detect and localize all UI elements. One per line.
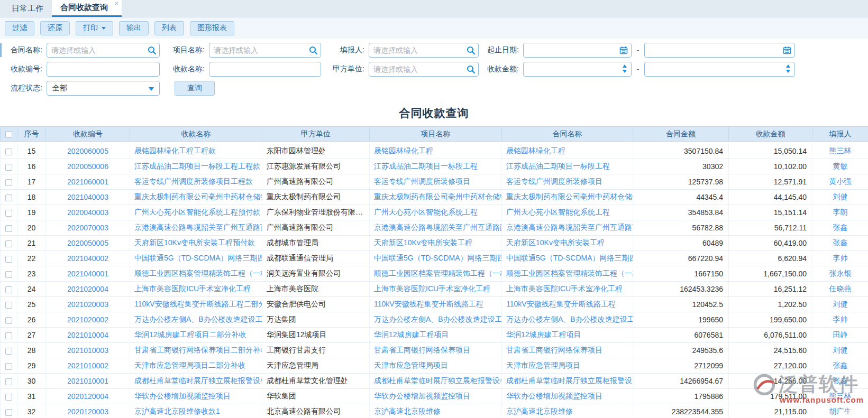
reporter-link[interactable]: 任晓燕 — [829, 284, 852, 293]
contract-name-link[interactable]: 天津市应急管理局项目 — [506, 361, 580, 369]
reporter-link[interactable]: 刘健 — [833, 192, 848, 201]
row-checkbox[interactable] — [5, 225, 12, 232]
reporter-link[interactable]: 熊三林 — [829, 146, 852, 155]
contract-name-link[interactable]: 万达办公楼左侧A、B办公楼改造建设工程 — [506, 315, 633, 323]
contract-name-link[interactable]: 110kV安徽线程集变开断线路工程 — [506, 300, 616, 308]
contract-name-link[interactable]: 华软办公楼增加视频监控项目 — [506, 392, 602, 400]
date-from-input[interactable] — [523, 43, 632, 58]
receipt-code-link[interactable]: 2020120004 — [67, 392, 108, 401]
row-checkbox[interactable] — [5, 240, 12, 247]
receipt-name-link[interactable]: 顺德工业园区档案管理精装饰工程（一标段 — [134, 269, 262, 277]
receipt-name-link[interactable]: 广州天心苑小区智能化系统工程预付款 — [134, 208, 260, 216]
project-name-link[interactable]: 成都杜甫草堂临时展厅独立展柜报警设备安 — [374, 376, 502, 385]
receipt-code-link[interactable]: 2021010003 — [67, 346, 108, 355]
receipt-name-link[interactable]: 重庆太极制药有限公司亳州中药材仓储物流 — [134, 192, 262, 201]
reporter-link[interactable]: 熊三林 — [829, 392, 852, 400]
row-checkbox[interactable] — [5, 286, 12, 293]
row-checkbox[interactable] — [5, 394, 12, 401]
reporter-link[interactable]: 张鑫 — [833, 223, 848, 231]
receipt-code-link[interactable]: 2021060001 — [67, 178, 108, 186]
project-name-link[interactable]: 华软办公楼增加视频监控项目 — [374, 392, 470, 400]
reporter-input[interactable] — [369, 43, 479, 58]
row-checkbox[interactable] — [5, 194, 12, 201]
reporter-link[interactable]: 张鑫 — [833, 361, 848, 369]
spin-down-icon[interactable] — [786, 70, 790, 73]
row-checkbox[interactable] — [5, 271, 12, 278]
receipt-code-link[interactable]: 2021010004 — [67, 331, 108, 339]
project-name-input[interactable] — [209, 43, 321, 58]
row-checkbox[interactable] — [5, 332, 12, 339]
number-stepper[interactable] — [786, 64, 790, 73]
row-checkbox[interactable] — [5, 256, 12, 263]
reporter-link[interactable]: 张鑫 — [833, 238, 848, 247]
row-checkbox[interactable] — [5, 164, 12, 171]
row-checkbox[interactable] — [5, 317, 12, 324]
project-name-link[interactable]: 广州天心苑小区智能化系统工程 — [374, 208, 478, 216]
contract-name-link[interactable]: 晟铭园林绿化工程 — [506, 146, 565, 155]
reporter-link[interactable]: 李帅 — [833, 315, 848, 323]
spin-up-icon[interactable] — [786, 64, 790, 68]
number-stepper[interactable] — [623, 64, 627, 73]
receipt-name-link[interactable]: 客运专线广州调度所装修项目工程款 — [134, 177, 253, 185]
project-name-link[interactable]: 江苏成品油二期项目一标段工程 — [374, 162, 478, 170]
project-name-link[interactable]: 万达办公楼左侧A、B办公楼改造建设工程 — [374, 315, 502, 323]
project-name-link[interactable]: 晟铭园林绿化工程 — [374, 146, 433, 155]
receipt-name-link[interactable]: 中国联通5G（TD-SCDMA）网络三期四川 — [134, 254, 262, 262]
row-checkbox[interactable] — [5, 148, 12, 155]
receipt-code-link[interactable]: 2020040003 — [67, 208, 108, 217]
row-checkbox[interactable] — [5, 348, 12, 355]
receipt-code-link[interactable]: 2020070003 — [67, 224, 108, 232]
reporter-link[interactable]: 刘健 — [833, 346, 848, 354]
spin-up-icon[interactable] — [623, 64, 627, 68]
receipt-code-link[interactable]: 2020050005 — [67, 239, 108, 247]
row-checkbox[interactable] — [5, 302, 12, 309]
close-icon[interactable]: × — [114, 0, 118, 7]
contract-name-link[interactable]: 中国联通5G（TD-SCDMA）网络三期四 — [506, 254, 633, 262]
search-icon[interactable] — [148, 46, 156, 54]
row-checkbox[interactable] — [5, 179, 12, 186]
contract-name-link[interactable]: 京港澳高速公路粤境韶关至广州互通路面改 — [506, 223, 633, 231]
contract-name-link[interactable]: 上海市美容医院ICU手术室净化工程 — [506, 284, 623, 293]
receipt-code-link[interactable]: 2020120003 — [67, 407, 108, 416]
project-name-link[interactable]: 客运专线广州调度所装修项目 — [374, 177, 470, 185]
receipt-code-link[interactable]: 2020060005 — [67, 147, 108, 155]
receipt-no-input[interactable] — [47, 62, 160, 77]
receipt-name-link[interactable]: 110kV安徽线程集变开断线路工程二部分补 — [134, 300, 262, 308]
receipt-name-link[interactable]: 天府新区10Kv变电所安装工程预付款 — [134, 238, 255, 247]
row-checkbox[interactable] — [5, 363, 12, 370]
contract-name-link[interactable]: 客运专线广州调度所装修项目 — [506, 177, 602, 185]
flow-status-select[interactable]: 全部 — [47, 81, 160, 96]
calendar-icon[interactable] — [619, 46, 628, 54]
graph-report-button[interactable]: 图形报表 — [190, 21, 234, 35]
contract-name-link[interactable]: 重庆太极制药有限公司亳州中药材仓储物流 — [506, 192, 633, 201]
receipt-name-link[interactable]: 上海市美容医院ICU手术室净化工程 — [134, 284, 251, 293]
amount-to-input[interactable] — [644, 62, 795, 77]
query-button[interactable]: 查询 — [175, 81, 215, 96]
amount-from-input[interactable] — [523, 62, 632, 77]
receipt-name-link[interactable]: 万达办公楼左侧A、B办公楼改造建设工程 — [134, 315, 262, 323]
reporter-link[interactable]: 刘健 — [833, 300, 848, 308]
tab-daily-work[interactable]: 日常工作 — [3, 0, 52, 17]
search-icon[interactable] — [309, 46, 317, 54]
project-name-link[interactable]: 中国联通5G（TD-SCDMA）网络三期四川 — [374, 254, 502, 262]
project-name-link[interactable]: 甘肃省工商银行网络保养项目 — [374, 346, 470, 354]
party-a-input[interactable] — [369, 62, 479, 77]
receipt-code-link[interactable]: 2021010001 — [67, 377, 108, 385]
spin-down-icon[interactable] — [623, 70, 627, 73]
receipt-name-input[interactable] — [209, 62, 321, 77]
contract-name-link[interactable]: 广州天心苑小区智能化系统工程 — [506, 208, 610, 216]
receipt-code-link[interactable]: 2021020004 — [67, 285, 108, 293]
project-name-link[interactable]: 京港澳高速公路粤境韶关至广州互通路面改 — [374, 223, 502, 231]
search-icon[interactable] — [467, 46, 475, 54]
restore-button[interactable]: 还原 — [40, 21, 70, 35]
reporter-link[interactable]: 张鑫 — [833, 376, 848, 385]
reporter-link[interactable]: 李帅 — [833, 254, 848, 262]
contract-name-link[interactable]: 天府新区10Kv变电所安装工程 — [506, 238, 605, 247]
reporter-link[interactable]: 黄小强 — [829, 177, 852, 185]
contract-name-link[interactable]: 顺德工业园区档案管理精装饰工程（一标段 — [506, 269, 633, 277]
reporter-link[interactable]: 李朗 — [833, 208, 848, 216]
calendar-icon[interactable] — [783, 46, 791, 54]
receipt-name-link[interactable]: 甘肃省工商银行网络保养项目二部分补收 — [134, 346, 262, 354]
project-name-link[interactable]: 天府新区10Kv变电所安装工程 — [374, 238, 472, 247]
contract-name-link[interactable]: 京沪高速北京段维修 — [506, 407, 573, 415]
